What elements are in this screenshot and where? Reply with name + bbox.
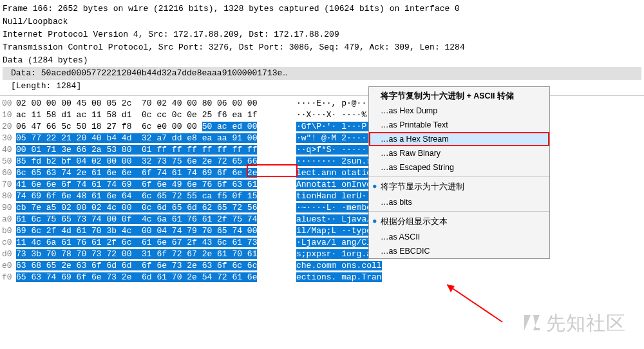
hex-offset: 70 xyxy=(2,179,16,191)
menu-as-ebcdic[interactable]: …as EBCDIC xyxy=(369,244,549,258)
hex-offset: 30 xyxy=(2,133,16,144)
menu-section-show-hex[interactable]: ●将字节显示为十六进制 xyxy=(369,179,549,195)
hex-bytes: 73 3b 70 78 70 73 72 00 31 6f 72 67 2e 6… xyxy=(16,249,296,260)
hex-row[interactable]: e063 68 65 2e 63 6f 6d 6d 6f 6e 73 2e 63… xyxy=(2,260,644,272)
hex-offset: 40 xyxy=(2,144,16,156)
hex-offset: 00 xyxy=(2,98,16,109)
radio-bullet-icon: ● xyxy=(372,216,377,225)
hex-offset: a0 xyxy=(2,214,16,225)
hex-offset: 90 xyxy=(2,202,16,214)
menu-section-copy[interactable]: 将字节复制为十六进制 + ASCII 转储 xyxy=(369,87,549,104)
menu-escaped-string[interactable]: …as Escaped String xyxy=(369,160,549,174)
hex-bytes: cb 7e a5 02 00 02 4c 00 0c 6d 65 6d 62 6… xyxy=(16,202,296,214)
svg-line-0 xyxy=(447,285,502,322)
hex-offset: 60 xyxy=(2,167,16,179)
menu-separator xyxy=(369,176,549,177)
hex-offset: 10 xyxy=(2,109,16,121)
watermark: 先知社区 xyxy=(522,310,626,337)
hex-bytes: 05 77 22 21 20 40 b4 4d 32 a7 dd e8 ea a… xyxy=(16,133,296,144)
menu-as-bits[interactable]: …as bits xyxy=(369,195,549,209)
hex-bytes: 65 63 74 69 6f 6e 73 2e 6d 61 70 2e 54 7… xyxy=(16,272,296,283)
tree-tcp[interactable]: Transmission Control Protocol, Src Port:… xyxy=(3,41,641,54)
hex-bytes: 61 6c 75 65 73 74 00 0f 4c 6a 61 76 61 2… xyxy=(16,214,296,225)
menu-section-show-text[interactable]: ●根据分组显示文本 xyxy=(369,214,549,230)
context-menu: 将字节复制为十六进制 + ASCII 转储 …as Hex Dump …as P… xyxy=(368,86,550,259)
menu-raw-binary[interactable]: …as Raw Binary xyxy=(369,146,549,160)
tree-frame[interactable]: Frame 166: 2652 bytes on wire (21216 bit… xyxy=(3,3,641,15)
menu-as-ascii[interactable]: …as ASCII xyxy=(369,230,549,244)
watermark-logo-icon xyxy=(522,312,542,337)
hex-offset: 50 xyxy=(2,156,16,167)
hex-bytes: ac 11 58 d1 ac 11 58 d1 0c cc 0c 0e 25 f… xyxy=(16,109,296,121)
hex-bytes: 06 47 66 5c 50 18 27 f8 6c e0 00 00 50 a… xyxy=(16,121,296,133)
hex-bytes: 00 01 71 3e 66 2a 53 80 01 ff ff ff ff f… xyxy=(16,144,296,156)
radio-bullet-icon: ● xyxy=(372,182,377,191)
tree-data-hex[interactable]: Data: 50aced00057722212040b44d32a7dde8ea… xyxy=(3,67,641,80)
tree-ip[interactable]: Internet Protocol Version 4, Src: 172.17… xyxy=(3,28,641,41)
hex-offset: c0 xyxy=(2,237,16,249)
tree-data[interactable]: Data (1284 bytes) xyxy=(3,54,641,67)
hex-offset: f0 xyxy=(2,272,16,283)
menu-hex-stream[interactable]: …as a Hex Stream xyxy=(369,132,549,146)
menu-printable-text[interactable]: …as Printable Text xyxy=(369,118,549,132)
menu-hex-dump[interactable]: …as Hex Dump xyxy=(369,104,549,118)
hex-bytes: 69 6c 2f 4d 61 70 3b 4c 00 04 74 79 70 6… xyxy=(16,225,296,237)
hex-offset: b0 xyxy=(2,225,16,237)
hex-offset: e0 xyxy=(2,260,16,272)
hex-offset: 20 xyxy=(2,121,16,133)
hex-bytes: 63 68 65 2e 63 6f 6d 6d 6f 6e 73 2e 63 6… xyxy=(16,260,296,272)
annotation-arrow xyxy=(438,277,509,328)
hex-ascii: ections. map.Tran xyxy=(296,272,382,283)
highlight-box-bytes xyxy=(247,164,298,177)
packet-tree: Frame 166: 2652 bytes on wire (21216 bit… xyxy=(0,0,644,93)
hex-offset: 80 xyxy=(2,191,16,202)
tree-null-loopback[interactable]: Null/Loopback xyxy=(3,15,641,28)
hex-offset: d0 xyxy=(2,249,16,260)
hex-bytes: 74 69 6f 6e 48 61 6e 64 6c 65 72 55 ca f… xyxy=(16,191,296,202)
hex-ascii: che.comm ons.coll xyxy=(296,260,382,272)
menu-separator xyxy=(369,211,549,212)
hex-bytes: 02 00 00 00 45 00 05 2c 70 02 40 00 80 0… xyxy=(16,98,296,109)
hex-row[interactable]: f065 63 74 69 6f 6e 73 2e 6d 61 70 2e 54… xyxy=(2,272,644,283)
hex-bytes: 41 6e 6e 6f 74 61 74 69 6f 6e 49 6e 76 6… xyxy=(16,179,296,191)
hex-bytes: 11 4c 6a 61 76 61 2f 6c 61 6e 67 2f 43 6… xyxy=(16,237,296,249)
